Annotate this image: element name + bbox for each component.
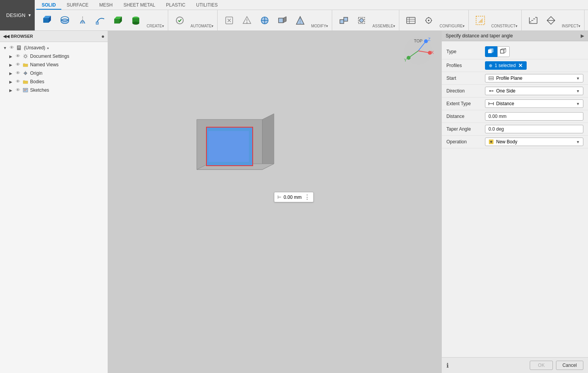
direction-value: One Side ▼ (485, 87, 583, 95)
svg-marker-24 (283, 17, 286, 23)
tree-item-doc-settings[interactable]: ▶ 👁 Document Settings (0, 52, 108, 60)
tree-item-named-views[interactable]: ▶ 👁 Named Views (0, 60, 108, 69)
shell-icon (59, 15, 70, 26)
tree-item-root[interactable]: ▼ 👁 (Unsaved) ● (0, 44, 108, 52)
extent-type-dropdown[interactable]: Distance ▼ (485, 99, 583, 108)
cancel-button[interactable]: Cancel (556, 361, 583, 370)
modify-btn4[interactable] (274, 13, 291, 27)
create-extrude-btn[interactable] (39, 13, 56, 27)
assemble1-icon (338, 15, 349, 26)
tab-plastic[interactable]: PLASTIC (161, 1, 191, 10)
start-dropdown[interactable]: Profile Plane ▼ (485, 74, 583, 82)
modify5-icon (295, 15, 306, 26)
viewport[interactable]: TOP Z X Y (108, 31, 441, 373)
browser-collapse-icon[interactable]: ● (101, 33, 105, 39)
taper-angle-input[interactable] (485, 125, 583, 133)
profiles-selected-badge: ⊕ 1 selected ✕ (485, 61, 527, 70)
create-group: CREATE▾ (36, 10, 168, 30)
tree-sketches-eye-icon[interactable]: 👁 (16, 87, 21, 93)
assemble-btn1[interactable] (335, 13, 352, 27)
configure2-icon (423, 15, 434, 26)
tab-surface[interactable]: SURFACE (61, 1, 94, 10)
inspect-btn2[interactable] (542, 13, 559, 27)
info-icon[interactable]: ℹ (446, 362, 449, 369)
operation-dropdown[interactable]: New Body ▼ (485, 138, 583, 146)
tree-doc-settings-eye-icon[interactable]: 👁 (16, 54, 21, 59)
direction-dropdown-label: One Side (496, 88, 515, 94)
box-icon (113, 15, 123, 26)
panel-expand-icon[interactable]: ▶ (581, 33, 584, 39)
create-sweep-btn[interactable] (92, 13, 109, 27)
tab-utilities[interactable]: UTILITIES (191, 1, 223, 10)
design-arrow-icon: ▼ (28, 13, 32, 17)
construct-btn[interactable] (472, 13, 489, 27)
svg-point-90 (489, 90, 491, 92)
automate-btn[interactable] (171, 13, 188, 27)
configure1-icon (406, 15, 416, 26)
panel-row-type: Type (442, 44, 588, 59)
modify-btn2[interactable] (238, 13, 255, 27)
panel-row-distance: Distance (442, 110, 588, 123)
direction-dropdown[interactable]: One Side ▼ (485, 87, 583, 95)
tree-origin-eye-icon[interactable]: 👁 (16, 71, 21, 76)
extent-type-value: Distance ▼ (485, 99, 583, 108)
modify-btn1[interactable] (221, 13, 238, 27)
distance-value (485, 112, 583, 121)
svg-marker-37 (478, 18, 483, 23)
design-label: DESIGN (6, 12, 25, 18)
automate-icon (174, 15, 185, 26)
create-revolve-btn[interactable] (74, 13, 91, 27)
ok-button[interactable]: OK (530, 361, 553, 370)
profiles-icon: ⊕ (489, 63, 492, 68)
construct-icon (475, 15, 486, 26)
svg-rect-85 (500, 50, 504, 53)
tree-bodies-label: Bodies (30, 79, 44, 84)
svg-text:TOP: TOP (414, 39, 422, 43)
measurement-value: 0.00 mm (284, 195, 302, 200)
inspect-btn1[interactable] (525, 13, 542, 27)
main-area: ◀◀ BROWSER ● ▼ 👁 (Unsaved) ● ▶ 👁 (0, 31, 588, 373)
browser-title: ◀◀ BROWSER (3, 34, 33, 39)
browser-arrow-icon: ◀◀ (3, 34, 9, 39)
tree-root-arrow-icon: ▼ (3, 46, 8, 50)
extent-type-label: Extent Type (446, 101, 485, 106)
profiles-clear-icon[interactable]: ✕ (518, 62, 523, 69)
tree-named-views-eye-icon[interactable]: 👁 (16, 62, 21, 67)
tree-item-origin[interactable]: ▶ 👁 Origin (0, 69, 108, 77)
tab-mesh[interactable]: MESH (94, 1, 118, 10)
measurement-more-icon[interactable]: ⋮ (304, 193, 310, 201)
browser-tree: ▼ 👁 (Unsaved) ● ▶ 👁 Document Settings (0, 42, 108, 373)
footer-buttons: OK Cancel (530, 361, 583, 370)
svg-rect-8 (96, 22, 98, 24)
configure-btn1[interactable] (402, 13, 419, 27)
create-shell-btn[interactable] (56, 13, 73, 27)
browser-header: ◀◀ BROWSER ● (0, 31, 108, 42)
distance-input[interactable] (485, 112, 583, 121)
panel-title: Specify distance and taper angle (446, 33, 513, 39)
create-cylinder-btn[interactable] (127, 13, 144, 27)
modify-btn3[interactable] (256, 13, 273, 27)
assemble-btn2[interactable] (353, 13, 370, 27)
configure-group-label: CONFIGURE▾ (438, 24, 466, 30)
tree-root-eye-icon[interactable]: 👁 (10, 45, 15, 50)
tree-sketches-arrow-icon: ▶ (9, 88, 15, 92)
design-button[interactable]: DESIGN ▼ (0, 0, 35, 30)
toolbar-content: CREATE▾ AUTOMATE▾ (35, 10, 588, 30)
tab-sheet-metal[interactable]: SHEET METAL (118, 1, 161, 10)
type-btn-thin[interactable] (497, 46, 510, 57)
type-btn-extrude[interactable] (485, 46, 497, 57)
tree-sketches-icon (22, 87, 29, 93)
tree-item-sketches[interactable]: ▶ 👁 Sketches (0, 86, 108, 94)
create-box-btn[interactable] (110, 13, 127, 27)
tree-item-bodies[interactable]: ▶ 👁 Bodies (0, 77, 108, 86)
svg-point-19 (247, 22, 248, 23)
automate-group: AUTOMATE▾ (169, 10, 218, 30)
direction-label: Direction (446, 88, 485, 94)
tree-bodies-eye-icon[interactable]: 👁 (16, 79, 21, 84)
modify-btn5[interactable] (292, 13, 309, 27)
browser-title-label: BROWSER (11, 34, 33, 39)
start-label: Start (446, 76, 485, 81)
configure-btn2[interactable] (420, 13, 437, 27)
direction-dropdown-content: One Side (488, 88, 515, 94)
tab-solid[interactable]: SOLID (36, 1, 61, 10)
